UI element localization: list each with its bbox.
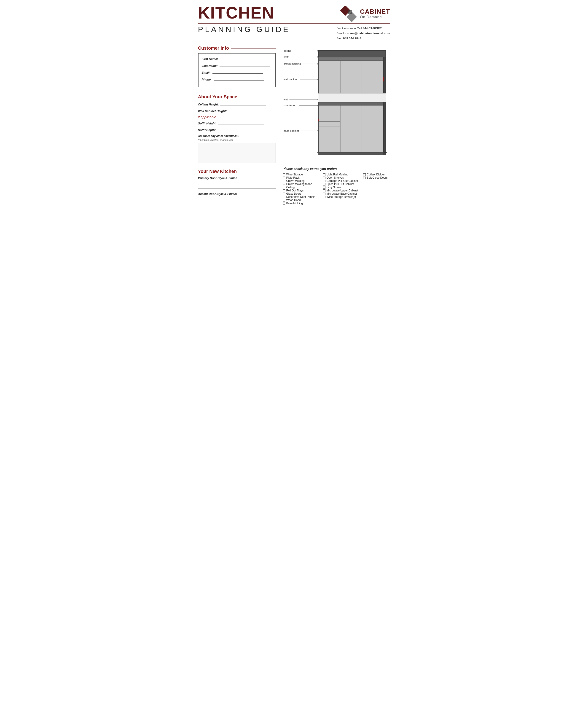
extra-roll-out-trays: Roll Out Trays bbox=[283, 189, 321, 192]
extra-garbage-pull-out: Garbage Pull Out Cabinet bbox=[323, 179, 361, 183]
left-column: Customer Info First Name: Last Name: Ema… bbox=[198, 45, 276, 207]
light-rail-molding-checkbox[interactable] bbox=[323, 173, 326, 176]
kitchen-diagram: ceiling soffit crown molding bbox=[283, 45, 390, 163]
wall-cabinet-label: wall cabinet bbox=[283, 78, 297, 81]
svg-rect-7 bbox=[318, 50, 385, 57]
extras-col-2: Light Rail Molding Open Shelves Garbage … bbox=[323, 173, 361, 205]
ceiling-label: ceiling bbox=[284, 49, 291, 53]
soffit-label: soffit bbox=[284, 55, 289, 58]
first-name-field: First Name: bbox=[202, 56, 272, 61]
wood-hood-checkbox[interactable] bbox=[283, 199, 285, 202]
accent-door-field: Accent Door Style & Finish: bbox=[198, 192, 276, 204]
first-name-label: First Name: bbox=[202, 57, 218, 61]
svg-rect-21 bbox=[318, 105, 383, 152]
extra-open-shelves: Open Shelves bbox=[323, 176, 361, 179]
soffit-height-field: Soffit Height: bbox=[198, 121, 276, 125]
svg-rect-12 bbox=[383, 57, 385, 93]
extra-wood-hood: Wood Hood bbox=[283, 198, 321, 202]
wide-storage-drawer-checkbox[interactable] bbox=[323, 196, 326, 198]
base-cabinet-label: base cabinet bbox=[284, 129, 299, 132]
countertop-label: countertop bbox=[284, 104, 296, 107]
accent-door-input2[interactable] bbox=[198, 201, 276, 204]
decorative-door-panels-checkbox[interactable] bbox=[283, 196, 285, 198]
microwave-base-checkbox[interactable] bbox=[323, 193, 326, 195]
crown-molding-label: crown molding bbox=[284, 62, 301, 65]
main-layout: Customer Info First Name: Last Name: Ema… bbox=[198, 45, 390, 207]
about-space-section: About Your Space Ceiling Height: Wall Ca… bbox=[198, 94, 276, 164]
accent-door-input[interactable] bbox=[198, 196, 276, 200]
extras-col-3: Cutlery Divider Soft Close Doors bbox=[363, 173, 390, 205]
svg-rect-8 bbox=[318, 57, 385, 61]
wall-cabinet-height-field: Wall Cabinet Height: bbox=[198, 108, 276, 113]
limitations-textarea[interactable] bbox=[198, 143, 276, 163]
crown-molding-ceiling-checkbox[interactable] bbox=[283, 185, 285, 187]
extras-section: Please check any extras you prefer: Wine… bbox=[283, 167, 390, 205]
if-applicable-line bbox=[218, 117, 276, 117]
glass-doors-checkbox[interactable] bbox=[283, 193, 285, 195]
ceiling-height-field: Ceiling Height: bbox=[198, 102, 276, 106]
extra-wine-storage: Wine Storage bbox=[283, 173, 321, 176]
garbage-pull-out-checkbox[interactable] bbox=[323, 180, 326, 182]
new-kitchen-title: Your New Kitchen bbox=[198, 169, 276, 174]
extras-title: Please check any extras you prefer: bbox=[283, 167, 390, 171]
svg-rect-28 bbox=[318, 119, 319, 121]
extra-spice-pull-out: Spice Pull Out Cabinet bbox=[323, 183, 361, 186]
base-molding-checkbox[interactable] bbox=[283, 202, 285, 205]
plate-rack-checkbox[interactable] bbox=[283, 176, 285, 179]
svg-marker-2 bbox=[348, 10, 352, 14]
extra-wide-storage-drawer: Wide Storage Drawer(s) bbox=[323, 195, 361, 198]
extra-lazy-susan: Lazy Susan bbox=[323, 186, 361, 189]
svg-rect-29 bbox=[383, 102, 385, 154]
extra-microwave-upper: Microwave Upper Cabinet bbox=[323, 189, 361, 192]
logo-text: CABINET On Demand bbox=[360, 8, 390, 19]
extra-light-rail-molding: Light Rail Molding bbox=[323, 173, 361, 176]
diagram-svg: ceiling soffit crown molding bbox=[283, 45, 390, 162]
email-input-line[interactable] bbox=[212, 70, 263, 74]
primary-door-input[interactable] bbox=[198, 181, 276, 184]
svg-rect-20 bbox=[318, 102, 385, 105]
phone-field: Phone: bbox=[202, 77, 272, 81]
last-name-input-line[interactable] bbox=[219, 63, 270, 67]
primary-door-input2[interactable] bbox=[198, 185, 276, 188]
planning-guide-row: PLANNING GUIDE For Assistance Call 844.C… bbox=[198, 25, 390, 41]
logo-icon bbox=[339, 6, 358, 22]
planning-guide-title: PLANNING GUIDE bbox=[198, 25, 290, 34]
lazy-susan-checkbox[interactable] bbox=[323, 186, 326, 189]
soft-close-doors-checkbox[interactable] bbox=[363, 176, 366, 179]
email-field: Email: bbox=[202, 70, 272, 75]
soffit-depth-input[interactable] bbox=[217, 127, 263, 131]
if-applicable-label: if applicable bbox=[198, 115, 276, 119]
section-title-line bbox=[231, 48, 276, 48]
wine-storage-checkbox[interactable] bbox=[283, 173, 285, 176]
contact-info: For Assistance Call 844.CABINET Email: o… bbox=[336, 26, 390, 41]
header-divider bbox=[198, 23, 390, 24]
logo-area: CABINET On Demand bbox=[339, 6, 390, 22]
extra-base-molding: Base Molding bbox=[283, 202, 321, 205]
new-kitchen-section: Your New Kitchen Primary Door Style & Fi… bbox=[198, 169, 276, 204]
extras-columns: Wine Storage Plate Rack Crown Molding Cr… bbox=[283, 173, 390, 205]
customer-info-section-title: Customer Info bbox=[198, 45, 276, 51]
phone-input-line[interactable] bbox=[214, 77, 264, 81]
microwave-upper-checkbox[interactable] bbox=[323, 189, 326, 192]
first-name-input-line[interactable] bbox=[220, 56, 270, 60]
wall-label: wall bbox=[283, 98, 288, 101]
spice-pull-out-checkbox[interactable] bbox=[323, 183, 326, 186]
soffit-depth-field: Soffit Depth: bbox=[198, 127, 276, 132]
extra-crown-molding: Crown Molding bbox=[283, 179, 321, 183]
wall-cabinet-height-input[interactable] bbox=[228, 108, 260, 112]
cutlery-divider-checkbox[interactable] bbox=[363, 173, 366, 176]
extra-microwave-base: Microwave Base Cabinet bbox=[323, 192, 361, 195]
ceiling-height-input[interactable] bbox=[220, 102, 266, 105]
about-space-title: About Your Space bbox=[198, 94, 276, 100]
soffit-height-input[interactable] bbox=[218, 121, 264, 124]
space-fields: Ceiling Height: Wall Cabinet Height: if … bbox=[198, 102, 276, 164]
svg-rect-31 bbox=[318, 152, 383, 154]
limitations-section: Are there any other limitations? (plumbi… bbox=[198, 134, 276, 164]
last-name-field: Last Name: bbox=[202, 63, 272, 68]
right-column: ceiling soffit crown molding bbox=[283, 45, 390, 205]
extra-glass-doors: Glass Doors bbox=[283, 192, 321, 195]
svg-rect-13 bbox=[383, 77, 384, 81]
roll-out-trays-checkbox[interactable] bbox=[283, 189, 285, 192]
open-shelves-checkbox[interactable] bbox=[323, 176, 326, 179]
crown-molding-checkbox[interactable] bbox=[283, 180, 285, 182]
